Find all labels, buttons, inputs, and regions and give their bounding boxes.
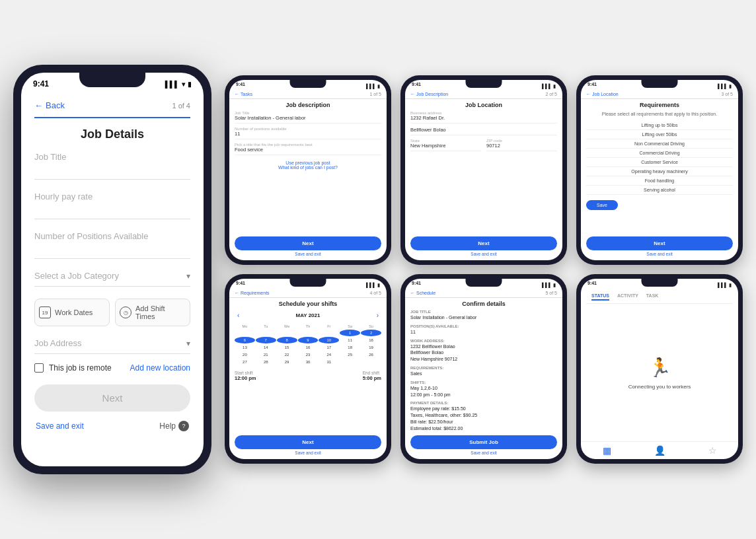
small-time-2: 9:41 [412, 82, 421, 90]
cal-day-4[interactable]: 7 [256, 337, 276, 343]
phone-requirements-screen: 9:41 ▌▌▌ ▮ ← Job Location 3 of 5 Require… [581, 80, 738, 260]
req-item-2[interactable]: Non Commercial Driving [586, 139, 733, 149]
use-prev-link[interactable]: Use previous job post [235, 161, 381, 165]
remote-left: This job is remote [34, 363, 112, 373]
address-value-sm: 1232 Rafael Dr. [410, 115, 557, 121]
save-req-button[interactable]: Save [586, 200, 618, 210]
tab-task[interactable]: TASK [646, 293, 659, 301]
cal-day-2[interactable]: 2 [361, 330, 381, 336]
category-select[interactable]: Select a Job Category ▾ [34, 271, 190, 287]
connecting-text: Connecting you to workers [628, 384, 691, 390]
req-item-3[interactable]: Commercial Driving [586, 149, 733, 158]
address-dropdown-icon: ▾ [186, 339, 190, 348]
cal-day-5[interactable]: 8 [277, 337, 297, 343]
confirm-positions: position(s) available: 11 [410, 324, 557, 336]
small-content-4: Schedule your shifts ‹ MAY 2021 › Mo Tu … [229, 298, 387, 459]
work-dates-button[interactable]: 19 Work Dates [34, 299, 110, 326]
cal-next[interactable]: › [377, 312, 379, 319]
sig-6: ▌▌▌ [718, 283, 728, 287]
cal-day-1[interactable]: 1 [340, 330, 360, 336]
cal-day-7[interactable]: 10 [319, 337, 339, 343]
req-item-4[interactable]: Customer Service [586, 158, 733, 167]
submit-job-button[interactable]: Submit Job [410, 435, 557, 449]
sig-1: ▌▌▌ [366, 84, 376, 89]
small-step-3: 3 of 5 [721, 92, 733, 96]
cal-day-16[interactable]: 16 [361, 337, 381, 343]
category-dropdown-icon: ▾ [186, 271, 190, 281]
small-back-3[interactable]: ← Job Location [586, 92, 619, 96]
main-content: ← Back 1 of 4 Job Details Job Title Hour… [21, 91, 204, 466]
small-next-btn-3[interactable]: Next [586, 236, 733, 250]
small-save-4[interactable]: Save and exit [235, 450, 381, 455]
small-save-3[interactable]: Save and exit [586, 252, 733, 256]
add-location-link[interactable]: Add new location [130, 363, 190, 373]
small-next-btn-2[interactable]: Next [410, 236, 557, 250]
small-back-5[interactable]: ← Schedule [410, 291, 435, 295]
phone-job-description-screen: 9:41 ▌▌▌ ▮ ← Tasks 1 of 5 Job descriptio… [229, 80, 387, 260]
back-button[interactable]: ← Back [34, 100, 65, 110]
calendar-header: ‹ MAY 2021 › [235, 310, 381, 321]
phone-schedule-screen: 9:41 ▌▌▌ ▮ ← Requirements 4 of 5 Schedul… [229, 279, 387, 459]
sig-2: ▌▌▌ [542, 84, 552, 89]
small-next-btn-1[interactable]: Next [235, 236, 381, 250]
req-item-6[interactable]: Food handling [586, 176, 733, 186]
end-shift: End shift 5:00 pm [363, 371, 381, 381]
cal-day-11[interactable]: 11 [340, 337, 360, 343]
sig-5: ▌▌▌ [542, 283, 552, 287]
small-status-icons-1: ▌▌▌ ▮ [366, 82, 380, 90]
small-notch-2 [466, 80, 502, 88]
small-back-1[interactable]: ← Tasks [235, 92, 252, 96]
home-person-icon[interactable]: 👤 [654, 445, 665, 456]
home-grid-icon[interactable]: ▦ [603, 445, 611, 456]
tab-activity[interactable]: ACTIVITY [617, 293, 638, 301]
req-item-0[interactable]: Lifting up to 50lbs [586, 121, 733, 130]
bat-3: ▮ [729, 84, 732, 89]
small-content-2: Job Location Business address 1232 Rafae… [405, 99, 562, 260]
confirm-req: Requirements: Sales [410, 366, 557, 377]
add-shift-button[interactable]: ◷ Add Shift Times [115, 299, 190, 326]
clock-icon: ◷ [120, 306, 132, 318]
cal-day-6[interactable]: 9 [298, 337, 319, 343]
small-title-5: Confirm details [410, 301, 557, 307]
help-icon: ? [178, 421, 189, 431]
req-item-1[interactable]: Lifting over 50lbs [586, 130, 733, 139]
positions-value-sm: 11 [235, 131, 381, 137]
cal-day-3[interactable]: 6 [235, 337, 255, 343]
positions-input[interactable] [34, 243, 190, 254]
small-save-2[interactable]: Save and exit [410, 252, 557, 256]
small-time-4: 9:41 [236, 281, 245, 289]
small-save-5[interactable]: Save and exit [410, 450, 557, 455]
what-kind-link[interactable]: What kind of jobs can I post? [235, 165, 381, 170]
small-subtitle-3: Please select all requirements that appl… [586, 111, 733, 117]
small-notch-3 [642, 80, 678, 88]
save-exit-link[interactable]: Save and exit [36, 421, 84, 431]
help-button[interactable]: Help ? [159, 421, 189, 431]
bottom-row: Save and exit Help ? [34, 421, 190, 431]
small-next-btn-4[interactable]: Next [235, 435, 381, 449]
tab-status[interactable]: STATUS [591, 293, 609, 301]
small-title-4: Schedule your shifts [235, 301, 381, 307]
small-time-3: 9:41 [587, 82, 597, 90]
small-time-5: 9:41 [412, 281, 421, 289]
sig-3: ▌▌▌ [718, 84, 728, 89]
cal-prev[interactable]: ‹ [237, 312, 239, 319]
small-save-1[interactable]: Save and exit [235, 252, 381, 256]
small-back-4[interactable]: ← Requirements [235, 291, 270, 295]
positions-field-sm: Number of positions available 11 [235, 127, 381, 139]
address-select[interactable]: Job Address ▾ [34, 338, 190, 354]
job-title-input[interactable] [34, 164, 190, 174]
req-item-5[interactable]: Operating heavy machinery [586, 167, 733, 176]
small-notch-5 [466, 279, 502, 287]
connecting-icon: 🏃 [648, 357, 671, 378]
sig-4: ▌▌▌ [366, 283, 376, 287]
req-item-7[interactable]: Serving alcohol [586, 186, 733, 195]
pay-rate-input[interactable] [34, 203, 190, 214]
remote-checkbox[interactable] [34, 363, 44, 373]
work-dates-label: Work Dates [55, 308, 93, 316]
confirm-job-title: Job Title Solar Installation - General l… [410, 310, 557, 321]
home-star-icon[interactable]: ☆ [708, 445, 717, 456]
calendar-icon: 19 [39, 306, 51, 318]
bat-1: ▮ [377, 84, 380, 89]
small-back-2[interactable]: ← Job Description [410, 92, 448, 96]
next-button[interactable]: Next [34, 384, 190, 412]
